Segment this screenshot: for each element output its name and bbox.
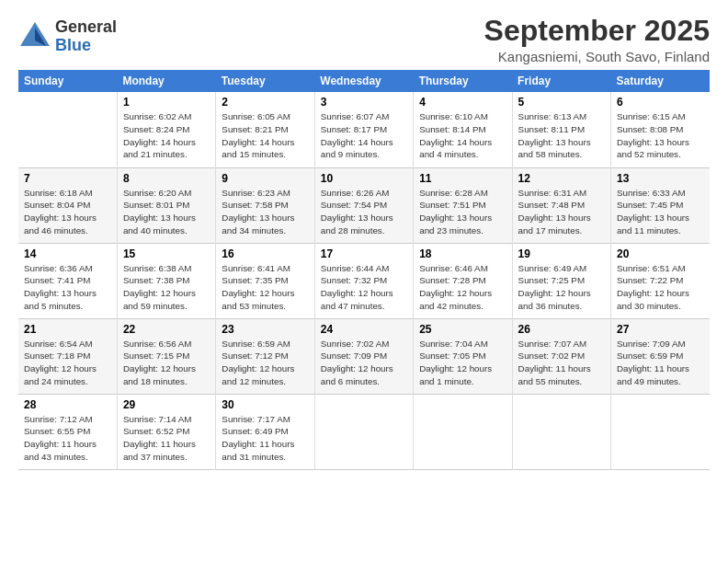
day-cell bbox=[611, 394, 710, 469]
day-cell: 25Sunrise: 7:04 AM Sunset: 7:05 PM Dayli… bbox=[414, 318, 512, 394]
day-cell: 6Sunrise: 6:15 AM Sunset: 8:08 PM Daylig… bbox=[611, 92, 710, 167]
day-cell: 2Sunrise: 6:05 AM Sunset: 8:21 PM Daylig… bbox=[216, 92, 314, 167]
day-cell bbox=[512, 394, 610, 469]
day-cell bbox=[18, 92, 117, 167]
week-row-2: 7Sunrise: 6:18 AM Sunset: 8:04 PM Daylig… bbox=[18, 167, 710, 243]
day-info: Sunrise: 6:54 AM Sunset: 7:18 PM Dayligh… bbox=[24, 338, 111, 388]
day-cell: 17Sunrise: 6:44 AM Sunset: 7:32 PM Dayli… bbox=[314, 243, 413, 318]
day-info: Sunrise: 6:38 AM Sunset: 7:38 PM Dayligh… bbox=[123, 262, 210, 313]
day-cell: 18Sunrise: 6:46 AM Sunset: 7:28 PM Dayli… bbox=[414, 243, 512, 318]
day-info: Sunrise: 6:36 AM Sunset: 7:41 PM Dayligh… bbox=[24, 262, 111, 313]
day-cell: 11Sunrise: 6:28 AM Sunset: 7:51 PM Dayli… bbox=[414, 167, 512, 243]
day-number: 15 bbox=[123, 247, 210, 260]
logo: General Blue bbox=[18, 18, 117, 55]
day-info: Sunrise: 6:51 AM Sunset: 7:22 PM Dayligh… bbox=[617, 262, 704, 313]
day-cell: 27Sunrise: 7:09 AM Sunset: 6:59 PM Dayli… bbox=[611, 318, 710, 394]
day-cell bbox=[414, 394, 512, 469]
day-number: 6 bbox=[617, 96, 704, 109]
day-number: 21 bbox=[24, 323, 111, 336]
col-saturday: Saturday bbox=[611, 70, 710, 92]
day-info: Sunrise: 7:17 AM Sunset: 6:49 PM Dayligh… bbox=[222, 413, 308, 464]
week-row-1: 1Sunrise: 6:02 AM Sunset: 8:24 PM Daylig… bbox=[18, 92, 710, 167]
day-number: 5 bbox=[518, 96, 605, 109]
page: General Blue September 2025 Kangasniemi,… bbox=[0, 0, 728, 563]
day-info: Sunrise: 6:23 AM Sunset: 7:58 PM Dayligh… bbox=[222, 187, 308, 237]
day-number: 27 bbox=[617, 323, 704, 336]
location: Kangasniemi, South Savo, Finland bbox=[484, 49, 710, 64]
week-row-3: 14Sunrise: 6:36 AM Sunset: 7:41 PM Dayli… bbox=[18, 243, 710, 318]
day-cell: 1Sunrise: 6:02 AM Sunset: 8:24 PM Daylig… bbox=[117, 92, 215, 167]
day-cell: 21Sunrise: 6:54 AM Sunset: 7:18 PM Dayli… bbox=[18, 318, 117, 394]
day-number: 30 bbox=[222, 398, 308, 411]
day-cell: 10Sunrise: 6:26 AM Sunset: 7:54 PM Dayli… bbox=[314, 167, 413, 243]
day-cell: 16Sunrise: 6:41 AM Sunset: 7:35 PM Dayli… bbox=[216, 243, 314, 318]
day-info: Sunrise: 7:09 AM Sunset: 6:59 PM Dayligh… bbox=[617, 338, 704, 388]
col-monday: Monday bbox=[117, 70, 215, 92]
day-cell: 23Sunrise: 6:59 AM Sunset: 7:12 PM Dayli… bbox=[216, 318, 314, 394]
day-number: 25 bbox=[419, 323, 506, 336]
col-sunday: Sunday bbox=[18, 70, 117, 92]
day-info: Sunrise: 6:18 AM Sunset: 8:04 PM Dayligh… bbox=[24, 187, 111, 237]
week-row-4: 21Sunrise: 6:54 AM Sunset: 7:18 PM Dayli… bbox=[18, 318, 710, 394]
col-thursday: Thursday bbox=[414, 70, 512, 92]
day-cell: 20Sunrise: 6:51 AM Sunset: 7:22 PM Dayli… bbox=[611, 243, 710, 318]
logo-blue-text: Blue bbox=[55, 37, 117, 55]
day-info: Sunrise: 6:20 AM Sunset: 8:01 PM Dayligh… bbox=[123, 187, 210, 237]
day-info: Sunrise: 6:46 AM Sunset: 7:28 PM Dayligh… bbox=[419, 262, 506, 313]
day-cell: 4Sunrise: 6:10 AM Sunset: 8:14 PM Daylig… bbox=[414, 92, 512, 167]
day-number: 3 bbox=[321, 96, 407, 109]
day-cell: 22Sunrise: 6:56 AM Sunset: 7:15 PM Dayli… bbox=[117, 318, 215, 394]
day-cell: 28Sunrise: 7:12 AM Sunset: 6:55 PM Dayli… bbox=[18, 394, 117, 469]
day-number: 17 bbox=[321, 247, 407, 260]
day-info: Sunrise: 6:44 AM Sunset: 7:32 PM Dayligh… bbox=[321, 262, 407, 313]
day-cell: 3Sunrise: 6:07 AM Sunset: 8:17 PM Daylig… bbox=[314, 92, 413, 167]
logo-text: General Blue bbox=[55, 18, 117, 55]
day-number: 2 bbox=[222, 96, 308, 109]
day-cell bbox=[314, 394, 413, 469]
day-cell: 12Sunrise: 6:31 AM Sunset: 7:48 PM Dayli… bbox=[512, 167, 610, 243]
day-cell: 30Sunrise: 7:17 AM Sunset: 6:49 PM Dayli… bbox=[216, 394, 314, 469]
day-number: 29 bbox=[123, 398, 210, 411]
logo-general-text: General bbox=[55, 18, 117, 37]
day-number: 4 bbox=[419, 96, 506, 109]
day-number: 12 bbox=[518, 172, 605, 185]
day-info: Sunrise: 6:56 AM Sunset: 7:15 PM Dayligh… bbox=[123, 338, 210, 388]
day-number: 18 bbox=[419, 247, 506, 260]
day-info: Sunrise: 6:05 AM Sunset: 8:21 PM Dayligh… bbox=[222, 110, 308, 161]
week-row-5: 28Sunrise: 7:12 AM Sunset: 6:55 PM Dayli… bbox=[18, 394, 710, 469]
day-info: Sunrise: 6:59 AM Sunset: 7:12 PM Dayligh… bbox=[222, 338, 308, 388]
day-cell: 13Sunrise: 6:33 AM Sunset: 7:45 PM Dayli… bbox=[611, 167, 710, 243]
day-info: Sunrise: 7:04 AM Sunset: 7:05 PM Dayligh… bbox=[419, 338, 506, 388]
day-number: 10 bbox=[321, 172, 407, 185]
day-cell: 15Sunrise: 6:38 AM Sunset: 7:38 PM Dayli… bbox=[117, 243, 215, 318]
day-number: 8 bbox=[123, 172, 210, 185]
day-info: Sunrise: 6:33 AM Sunset: 7:45 PM Dayligh… bbox=[617, 187, 704, 237]
day-number: 20 bbox=[617, 247, 704, 260]
day-info: Sunrise: 6:15 AM Sunset: 8:08 PM Dayligh… bbox=[617, 110, 704, 161]
logo-icon bbox=[18, 20, 51, 53]
col-tuesday: Tuesday bbox=[216, 70, 314, 92]
day-number: 1 bbox=[123, 96, 210, 109]
day-info: Sunrise: 6:02 AM Sunset: 8:24 PM Dayligh… bbox=[123, 110, 210, 161]
col-friday: Friday bbox=[512, 70, 610, 92]
day-info: Sunrise: 6:07 AM Sunset: 8:17 PM Dayligh… bbox=[321, 110, 407, 161]
day-cell: 29Sunrise: 7:14 AM Sunset: 6:52 PM Dayli… bbox=[117, 394, 215, 469]
day-number: 22 bbox=[123, 323, 210, 336]
header-row: Sunday Monday Tuesday Wednesday Thursday… bbox=[18, 70, 710, 92]
day-number: 7 bbox=[24, 172, 111, 185]
day-number: 26 bbox=[518, 323, 605, 336]
day-info: Sunrise: 7:02 AM Sunset: 7:09 PM Dayligh… bbox=[321, 338, 407, 388]
day-info: Sunrise: 6:41 AM Sunset: 7:35 PM Dayligh… bbox=[222, 262, 308, 313]
day-cell: 5Sunrise: 6:13 AM Sunset: 8:11 PM Daylig… bbox=[512, 92, 610, 167]
day-number: 14 bbox=[24, 247, 111, 260]
day-info: Sunrise: 7:07 AM Sunset: 7:02 PM Dayligh… bbox=[518, 338, 605, 388]
day-number: 16 bbox=[222, 247, 308, 260]
day-cell: 9Sunrise: 6:23 AM Sunset: 7:58 PM Daylig… bbox=[216, 167, 314, 243]
day-number: 19 bbox=[518, 247, 605, 260]
col-wednesday: Wednesday bbox=[314, 70, 413, 92]
day-info: Sunrise: 6:49 AM Sunset: 7:25 PM Dayligh… bbox=[518, 262, 605, 313]
day-number: 24 bbox=[321, 323, 407, 336]
day-cell: 14Sunrise: 6:36 AM Sunset: 7:41 PM Dayli… bbox=[18, 243, 117, 318]
day-info: Sunrise: 7:14 AM Sunset: 6:52 PM Dayligh… bbox=[123, 413, 210, 464]
day-info: Sunrise: 6:10 AM Sunset: 8:14 PM Dayligh… bbox=[419, 110, 506, 161]
